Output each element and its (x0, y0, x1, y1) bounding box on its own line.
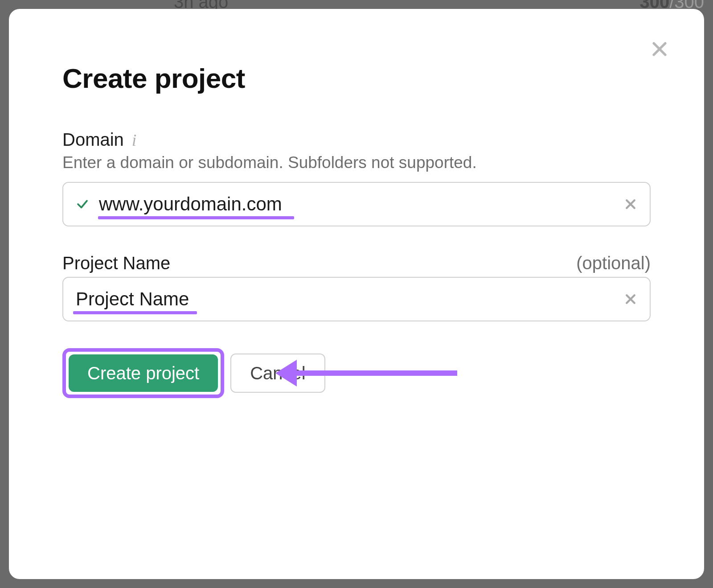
dialog-title: Create project (62, 62, 651, 94)
project-name-input[interactable] (76, 288, 614, 310)
annotation-underline (98, 216, 294, 219)
button-row: Create project Cancel (62, 348, 651, 398)
clear-domain-button[interactable] (624, 197, 637, 211)
close-icon (624, 197, 637, 211)
cancel-button[interactable]: Cancel (230, 354, 325, 393)
domain-label: Domain (62, 130, 124, 150)
domain-input[interactable] (99, 193, 614, 215)
annotation-underline (73, 311, 197, 314)
domain-field-group: Domain i Enter a domain or subdomain. Su… (62, 130, 651, 226)
project-name-label: Project Name (62, 253, 170, 273)
close-icon (650, 39, 669, 59)
create-project-modal: Create project Domain i Enter a domain o… (9, 9, 704, 579)
checkmark-icon (76, 197, 89, 211)
create-project-button[interactable]: Create project (69, 354, 218, 392)
optional-label: (optional) (576, 253, 651, 273)
project-name-input-wrap (62, 277, 651, 321)
annotation-highlight-box: Create project (62, 348, 224, 398)
project-name-field-group: Project Name (optional) (62, 253, 651, 321)
domain-help-text: Enter a domain or subdomain. Subfolders … (62, 153, 651, 172)
domain-input-wrap (62, 182, 651, 226)
close-button[interactable] (646, 36, 673, 62)
close-icon (624, 292, 637, 306)
clear-project-name-button[interactable] (624, 292, 637, 306)
info-icon[interactable]: i (132, 132, 137, 148)
